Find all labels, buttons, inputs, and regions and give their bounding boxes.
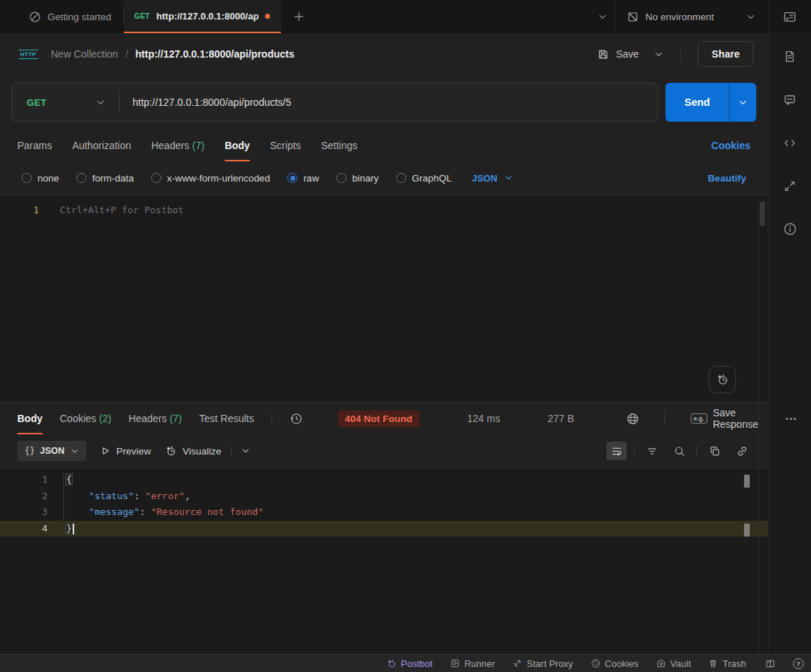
tab-scripts[interactable]: Scripts <box>270 130 301 161</box>
line-number: 3 <box>0 504 48 521</box>
toggle-panel-button[interactable] <box>765 658 776 669</box>
documentation-button[interactable] <box>781 47 799 66</box>
breadcrumb-collection[interactable]: New Collection <box>51 48 118 60</box>
search-icon <box>673 445 686 457</box>
radio-circle <box>396 173 406 183</box>
response-tabs-row: Body Cookies (2) Headers (7) Test Result… <box>0 403 768 434</box>
braces-icon: {} <box>24 446 35 456</box>
radio-form-data[interactable]: form-data <box>76 173 134 184</box>
code-line: 3 "message": "Resource not found" <box>0 504 768 521</box>
link-button[interactable] <box>732 442 752 460</box>
response-format-dropdown[interactable]: {} JSON <box>17 441 86 461</box>
environment-selector[interactable]: No environment <box>615 0 768 33</box>
visualize-options-chevron[interactable] <box>241 446 251 456</box>
visualize-label: Visualize <box>183 446 222 457</box>
tab-params[interactable]: Params <box>17 130 52 161</box>
save-as-example-icon: e.g. <box>691 413 707 424</box>
network-globe-icon[interactable] <box>626 412 640 426</box>
chevron-down-icon <box>738 97 748 108</box>
tab-method-label: GET <box>135 12 150 20</box>
statusbar-runner[interactable]: Runner <box>450 658 496 669</box>
beautify-link[interactable]: Beautify <box>708 173 746 184</box>
chevron-down-icon <box>70 447 79 456</box>
chevron-down-icon <box>503 173 514 183</box>
radio-graphql[interactable]: GraphQL <box>396 173 452 184</box>
response-actions <box>606 442 752 460</box>
more-options-button[interactable]: ••• <box>786 415 798 423</box>
response-time[interactable]: 124 ms <box>467 413 501 424</box>
help-button[interactable]: ? <box>793 658 804 669</box>
preview-label: Preview <box>117 446 151 457</box>
tab-list-chevron-button[interactable] <box>590 4 614 29</box>
method-dropdown[interactable]: GET <box>12 84 119 121</box>
url-input[interactable]: http://127.0.0.1:8000/api/products/5 <box>120 97 291 108</box>
send-options-chevron[interactable] <box>730 83 756 122</box>
divider <box>680 46 681 62</box>
breadcrumb-separator: / <box>125 48 128 60</box>
tab-request-active[interactable]: GET http://127.0.0.1:8000/ap <box>124 0 282 33</box>
statusbar-postbot[interactable]: Postbot <box>386 658 433 669</box>
environment-quick-look-icon <box>783 10 797 24</box>
url-bar-row: GET http://127.0.0.1:8000/api/products/5… <box>0 75 768 130</box>
statusbar-cookies[interactable]: Cookies <box>591 658 639 669</box>
trash-icon <box>708 658 718 668</box>
tab-authorization[interactable]: Authorization <box>72 130 131 161</box>
tab-headers[interactable]: Headers (7) <box>151 130 205 161</box>
tab-body[interactable]: Body <box>225 130 250 161</box>
search-button[interactable] <box>669 442 689 460</box>
postbot-button[interactable] <box>709 366 736 393</box>
response-history-icon[interactable] <box>290 412 303 426</box>
response-tab-body[interactable]: Body <box>17 403 42 434</box>
statusbar-trash[interactable]: Trash <box>708 658 746 669</box>
editor-scrollbar-thumb[interactable] <box>760 202 765 226</box>
related-requests-button[interactable] <box>781 176 799 195</box>
diagonal-arrows-icon <box>783 179 797 193</box>
response-panel: Body Cookies (2) Headers (7) Test Result… <box>0 402 768 654</box>
tab-getting-started[interactable]: Getting started <box>17 0 123 33</box>
radio-raw[interactable]: raw <box>287 173 319 184</box>
cookies-link[interactable]: Cookies <box>712 140 750 151</box>
workspace-tab-bar: Getting started GET http://127.0.0.1:800… <box>0 0 811 33</box>
word-wrap-button[interactable] <box>606 442 627 460</box>
tab-settings[interactable]: Settings <box>321 130 358 161</box>
new-tab-button[interactable] <box>287 4 311 29</box>
preview-button[interactable]: Preview <box>99 445 151 457</box>
overview-ruler-mark <box>744 475 750 488</box>
request-body-editor[interactable]: 1 Ctrl+Alt+P for Postbot <box>0 194 768 402</box>
word-wrap-icon <box>611 445 623 457</box>
response-body-viewer[interactable]: 1 { 2 "status": "error", 3 "message": "R… <box>0 467 768 654</box>
code-line-current: 4 } <box>0 521 768 537</box>
radio-x-www-form-urlencoded[interactable]: x-www-form-urlencoded <box>151 173 270 184</box>
environment-quick-look-button[interactable] <box>768 0 811 33</box>
response-tab-test-results[interactable]: Test Results <box>200 403 254 434</box>
chevron-down-icon <box>597 12 608 22</box>
statusbar-vault[interactable]: Vault <box>656 658 691 669</box>
play-icon <box>99 445 111 457</box>
response-tab-cookies[interactable]: Cookies (2) <box>60 403 112 434</box>
visualize-button[interactable]: Visualize <box>164 444 222 457</box>
code-snippet-button[interactable] <box>781 133 799 152</box>
send-button[interactable]: Send <box>666 83 756 122</box>
save-options-chevron[interactable] <box>653 49 664 60</box>
breadcrumb-request-title[interactable]: http://127.0.0.1:8000/api/products <box>135 48 295 60</box>
body-type-row: none form-data x-www-form-urlencoded raw… <box>0 161 768 194</box>
info-button[interactable] <box>781 220 799 238</box>
comments-button[interactable] <box>781 90 799 109</box>
response-size[interactable]: 277 B <box>547 413 574 424</box>
share-button[interactable]: Share <box>698 41 753 67</box>
statusbar-start-proxy[interactable]: Start Proxy <box>512 658 573 669</box>
filter-button[interactable] <box>642 442 662 460</box>
save-icon <box>597 48 609 61</box>
save-button[interactable]: Save <box>597 48 639 61</box>
radio-none[interactable]: none <box>22 173 59 184</box>
copy-button[interactable] <box>704 442 725 460</box>
url-input-container: GET http://127.0.0.1:8000/api/products/5 <box>12 83 658 122</box>
raw-language-dropdown[interactable]: JSON <box>472 173 513 184</box>
code-line: 2 "status": "error", <box>0 488 768 505</box>
vault-icon <box>656 658 666 668</box>
radio-binary[interactable]: binary <box>336 173 379 184</box>
proxy-icon <box>512 658 522 668</box>
response-tab-headers[interactable]: Headers (7) <box>129 403 182 434</box>
postbot-sparkle-icon <box>164 444 177 457</box>
save-response-button[interactable]: e.g. Save Response <box>691 407 758 430</box>
